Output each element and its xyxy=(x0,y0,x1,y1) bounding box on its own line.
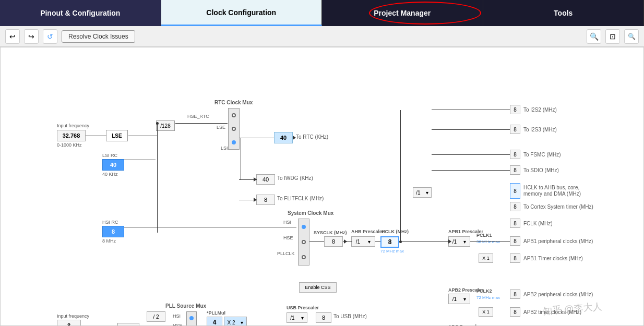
line-out-fsmc xyxy=(432,154,510,155)
sdio-top-value[interactable]: 8 xyxy=(510,165,520,175)
hclk-label: HCLK (MHz) xyxy=(381,229,409,234)
line-hclk-apb1 xyxy=(399,242,448,242)
apb2-timer-value[interactable]: 8 xyxy=(510,307,520,317)
pll-x2-selector[interactable]: X 2 ▾ xyxy=(224,317,247,326)
line-lse-input xyxy=(86,136,106,136)
hsi-rc-container: HSI RC 8 8 MHz xyxy=(102,220,124,244)
zoom-out-button[interactable]: 🔍 xyxy=(624,29,639,44)
apb2-x1[interactable]: X 1 xyxy=(479,307,493,317)
pll-hse-label: HSE xyxy=(173,323,183,326)
zoom-fit-button[interactable]: ⊡ xyxy=(605,29,620,44)
hse-rtc-label: HSE_RTC xyxy=(187,114,209,119)
hsi-rc-value[interactable]: 8 xyxy=(102,226,124,237)
apb1-periph-label: APB1 peripheral clocks (MHz) xyxy=(523,238,593,244)
ahb-div-selector[interactable]: /1 ▾ xyxy=(351,236,375,247)
fclk-value[interactable]: 8 xyxy=(510,219,520,228)
system-clock-mux-label: System Clock Mux xyxy=(288,210,333,216)
enable-css-button[interactable]: Enable CSS xyxy=(299,282,337,293)
hclk-ahb-value[interactable]: 8 xyxy=(510,183,520,199)
fsmc-label: To FSMC (MHz) xyxy=(523,152,561,158)
to-iwdg-label: To IWDG (KHz) xyxy=(277,175,313,181)
refresh-button[interactable]: ↺ xyxy=(43,29,57,44)
hse-block[interactable]: HSE xyxy=(117,323,139,326)
sys-mux-hsi-selected xyxy=(302,225,306,229)
nav-pinout[interactable]: Pinout & Configuration xyxy=(0,0,161,26)
pll-source-mux[interactable] xyxy=(186,311,197,326)
to-rtc-value[interactable]: 40 xyxy=(274,132,293,143)
input-freq-bottom-label: Input frequency xyxy=(57,313,89,319)
lsi-rc-value[interactable]: 40 xyxy=(102,159,124,171)
ahb-prescaler-label: AHB Prescaler xyxy=(351,229,384,234)
resolve-clock-button[interactable]: Resolve Clock Issues xyxy=(62,30,135,43)
nav-project[interactable]: Project Manager xyxy=(322,0,483,26)
pll-value[interactable]: 4 xyxy=(207,317,222,326)
input-freq-top-value[interactable]: 32.768 xyxy=(57,130,86,141)
line-lsi xyxy=(124,160,156,160)
system-clock-mux[interactable] xyxy=(298,219,309,265)
lsi-rc-container: LSI RC 40 40 KHz xyxy=(102,153,124,177)
line-out-sdio xyxy=(432,170,510,171)
usb-div-selector[interactable]: /1 ▾ xyxy=(287,312,307,323)
usb-prescaler-label: USB Prescaler xyxy=(287,305,319,310)
apb1-x1[interactable]: X 1 xyxy=(479,253,493,263)
line-lse-right xyxy=(128,136,157,136)
adc-prescaler-label: ADC Prescaler xyxy=(448,324,481,326)
output-hclk-ahb: 8 HCLK to AHB bus, core, memory and DMA … xyxy=(510,183,597,199)
output-sdio-top: 8 To SDIO (MHz) xyxy=(510,165,559,175)
pll-mux-hsi-selected xyxy=(189,316,194,320)
hclk-value[interactable]: 8 xyxy=(380,236,399,248)
apb1-periph-value[interactable]: 8 xyxy=(510,236,520,246)
lse-block[interactable]: LSE xyxy=(106,130,128,141)
undo-button[interactable]: ↩ xyxy=(5,29,20,44)
output-apb2-periph: 8 APB2 peripheral clocks (MHz) xyxy=(510,289,593,299)
rtc-mux-input2 xyxy=(232,127,236,131)
arrow-rtc xyxy=(293,136,296,140)
cortex-value[interactable]: 8 xyxy=(510,202,520,211)
apb2-periph-value[interactable]: 8 xyxy=(510,289,520,299)
arrow-flit xyxy=(254,198,257,202)
rtc-mux-input3-selected xyxy=(232,140,236,144)
rtc-mux[interactable] xyxy=(228,108,240,150)
rtc-mux-label: RTC Clock Mux xyxy=(214,100,253,105)
fclk-label: FCLK (MHz) xyxy=(523,221,553,226)
output-apb1-timer: 8 APB1 Timer clocks (MHz) xyxy=(510,253,583,263)
sysclk-value[interactable]: 8 xyxy=(324,236,343,247)
div128-box[interactable]: /128 xyxy=(156,120,175,131)
lse-rtc-label: LSE xyxy=(217,125,225,130)
sysclk-label: SYSCLK (MHz) xyxy=(314,230,347,235)
div2-pll[interactable]: / 2 xyxy=(147,311,165,322)
output-apb2-timer: 8 APB2 timer clocks (MHz) xyxy=(510,307,581,317)
sys-mux-hse xyxy=(302,240,306,244)
ahb-top-div[interactable]: /1 ▾ xyxy=(413,187,432,198)
junction-hclk xyxy=(399,240,402,243)
redo-button[interactable]: ↪ xyxy=(24,29,39,44)
pll-source-mux-label: PLL Source Mux xyxy=(165,303,206,309)
usb-value[interactable]: 8 xyxy=(316,312,331,323)
line-sysclk xyxy=(309,242,324,242)
pclk1-label: PCLK1 xyxy=(476,233,492,238)
nav-clock[interactable]: Clock Configuration xyxy=(161,0,323,26)
fsmc-value[interactable]: 8 xyxy=(510,150,520,159)
apb2-timer-label: APB2 timer clocks (MHz) xyxy=(523,309,581,315)
input-freq-bottom-value[interactable]: 8 xyxy=(57,320,81,326)
line-apb1-out xyxy=(470,242,510,242)
to-usb-label: To USB (MHz) xyxy=(333,313,367,319)
apb1-timer-value[interactable]: 8 xyxy=(510,253,520,263)
nav-tools[interactable]: Tools xyxy=(483,0,645,26)
vline-rtc-down xyxy=(241,138,241,179)
vline-hse-down xyxy=(157,123,158,233)
i2s3-value[interactable]: 8 xyxy=(510,125,520,134)
zoom-in-button[interactable]: 🔍 xyxy=(587,29,601,44)
apb1-div-selector[interactable]: /1 ▾ xyxy=(448,236,470,247)
to-flit-value[interactable]: 8 xyxy=(256,195,275,205)
output-apb1-periph: 8 APB1 peripheral clocks (MHz) xyxy=(510,236,593,246)
cortex-label: To Cortex System timer (MHz) xyxy=(523,204,593,210)
to-iwdg-value[interactable]: 40 xyxy=(256,174,275,185)
arrow-apb1 xyxy=(448,239,451,244)
i2s2-label: To I2S2 (MHz) xyxy=(523,107,557,113)
line-hsi-sys xyxy=(124,227,296,227)
clock-diagram: Input frequency 32.768 0-1000 KHz LSE LS… xyxy=(0,47,644,326)
hse-sys-label: HSE xyxy=(283,235,293,240)
apb2-div-selector[interactable]: /1 ▾ xyxy=(448,294,470,304)
i2s2-value[interactable]: 8 xyxy=(510,105,520,114)
